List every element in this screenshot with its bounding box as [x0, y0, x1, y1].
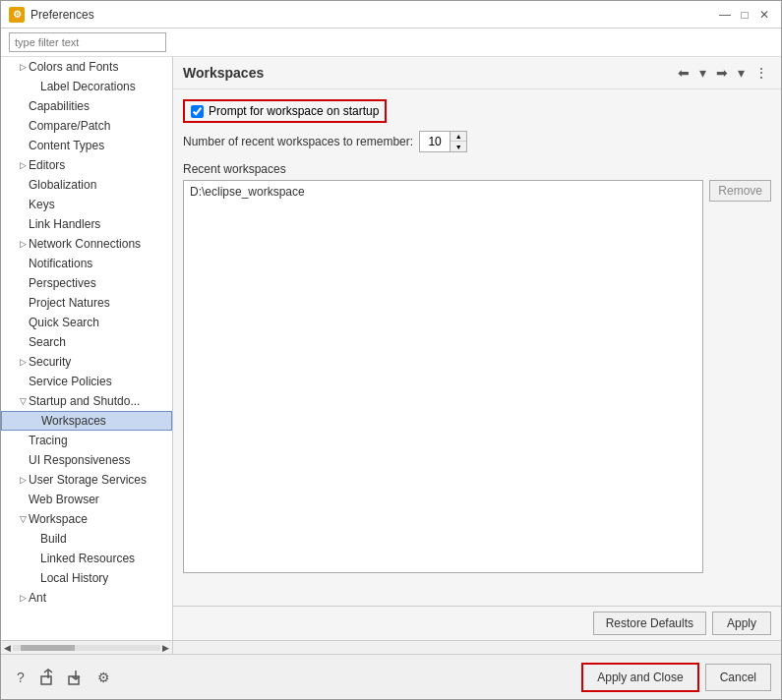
- footer-left: ? ⚙: [11, 668, 113, 687]
- sidebar-item-editors[interactable]: ▷ Editors: [1, 155, 172, 175]
- import-icon[interactable]: [66, 668, 86, 687]
- remove-button[interactable]: Remove: [709, 180, 771, 202]
- scroll-right-btn[interactable]: ▶: [162, 643, 169, 653]
- sidebar-item-capabilities[interactable]: Capabilities: [1, 96, 172, 116]
- import-svg: [67, 669, 85, 686]
- sidebar-item-keys[interactable]: Keys: [1, 195, 172, 214]
- sidebar-hscroll-track[interactable]: ◀ ▶: [1, 641, 173, 654]
- sidebar-item-startup-shutdown[interactable]: ▽ Startup and Shutdo...: [1, 391, 172, 411]
- sidebar-item-network-connections[interactable]: ▷ Network Connections: [1, 234, 172, 254]
- sidebar-item-project-natures[interactable]: Project Natures: [1, 293, 172, 313]
- spinner-down-button[interactable]: ▼: [451, 142, 466, 151]
- recent-count-spinner[interactable]: 10 ▲ ▼: [419, 131, 467, 152]
- main-content: ▷ Colors and Fonts Label Decorations Cap…: [1, 57, 781, 640]
- sidebar-item-linked-resources[interactable]: Linked Resources: [1, 549, 172, 568]
- sidebar-label: Keys: [29, 198, 55, 211]
- prompt-checkbox-container: Prompt for workspace on startup: [183, 99, 771, 123]
- title-bar-left: ⚙ Preferences: [9, 7, 94, 23]
- expander-icon: ▷: [17, 238, 29, 250]
- export-svg: [39, 669, 57, 686]
- minimize-button[interactable]: —: [716, 6, 734, 24]
- scroll-left-btn[interactable]: ◀: [4, 643, 11, 653]
- sidebar-label: Startup and Shutdo...: [29, 394, 140, 408]
- apply-and-close-button[interactable]: Apply and Close: [581, 663, 698, 692]
- sidebar-item-globalization[interactable]: Globalization: [1, 175, 172, 195]
- sidebar-item-ant[interactable]: ▷ Ant: [1, 588, 172, 608]
- svg-rect-0: [41, 676, 51, 684]
- forward-icon[interactable]: ➡: [713, 63, 731, 83]
- footer-bar: ? ⚙ Apply and Close Cancel: [1, 654, 781, 699]
- sidebar-item-security[interactable]: ▷ Security: [1, 352, 172, 372]
- sidebar-item-notifications[interactable]: Notifications: [1, 254, 172, 273]
- sidebar-label: Search: [29, 335, 66, 349]
- bottom-bar: Restore Defaults Apply: [173, 606, 781, 640]
- spinner-input[interactable]: 10: [420, 132, 450, 151]
- window-title: Preferences: [30, 8, 94, 22]
- sidebar-label: Build: [40, 532, 67, 546]
- sidebar-item-workspaces[interactable]: Workspaces: [1, 411, 172, 431]
- footer-right: Apply and Close Cancel: [581, 663, 771, 692]
- sidebar-item-web-browser[interactable]: Web Browser: [1, 490, 172, 509]
- dropdown2-icon[interactable]: ▾: [735, 63, 748, 83]
- dropdown-icon[interactable]: ▾: [696, 63, 709, 83]
- prompt-checkbox[interactable]: [191, 105, 204, 118]
- sidebar-item-label-decorations[interactable]: Label Decorations: [1, 77, 172, 96]
- expander-icon: ▷: [17, 474, 29, 486]
- menu-icon[interactable]: ⋮: [752, 63, 771, 83]
- sidebar-hscroll: ◀ ▶: [1, 640, 781, 654]
- sidebar-item-tracing[interactable]: Tracing: [1, 431, 172, 450]
- sidebar-label: Ant: [29, 591, 46, 605]
- sidebar-item-build[interactable]: Build: [1, 529, 172, 549]
- spinner-up-button[interactable]: ▲: [451, 132, 466, 142]
- filter-input[interactable]: [9, 32, 166, 52]
- sidebar-label: Web Browser: [29, 493, 99, 506]
- prompt-checkbox-label[interactable]: Prompt for workspace on startup: [183, 99, 387, 123]
- maximize-button[interactable]: □: [736, 6, 753, 24]
- recent-count-row: Number of recent workspaces to remember:…: [183, 131, 771, 152]
- export-icon[interactable]: [38, 668, 58, 687]
- sidebar-label: Workspace: [29, 512, 88, 526]
- sidebar-item-user-storage-services[interactable]: ▷ User Storage Services: [1, 470, 172, 490]
- sidebar-item-colors-fonts[interactable]: ▷ Colors and Fonts: [1, 57, 172, 77]
- scroll-track: [13, 645, 160, 651]
- filter-bar: [1, 29, 781, 57]
- sidebar-item-ui-responsiveness[interactable]: UI Responsiveness: [1, 450, 172, 470]
- expander-icon: ▷: [17, 159, 29, 171]
- recent-workspaces-section-label: Recent workspaces: [183, 162, 771, 176]
- sidebar-item-link-handlers[interactable]: Link Handlers: [1, 214, 172, 234]
- sidebar-label: User Storage Services: [29, 473, 147, 487]
- sidebar-item-local-history[interactable]: Local History: [1, 568, 172, 588]
- cancel-button[interactable]: Cancel: [705, 664, 771, 691]
- right-body: Prompt for workspace on startup Number o…: [173, 89, 781, 606]
- preferences-icon[interactable]: ⚙: [93, 668, 113, 687]
- restore-defaults-button[interactable]: Restore Defaults: [593, 612, 706, 635]
- sidebar-label: Label Decorations: [40, 80, 136, 93]
- right-panel: Workspaces ⬅ ▾ ➡ ▾ ⋮ Prompt for workspac…: [173, 57, 781, 640]
- sidebar-item-content-types[interactable]: Content Types: [1, 136, 172, 155]
- sidebar-item-compare-patch[interactable]: Compare/Patch: [1, 116, 172, 136]
- sidebar-item-perspectives[interactable]: Perspectives: [1, 273, 172, 293]
- sidebar-item-workspace[interactable]: ▽ Workspace: [1, 509, 172, 529]
- recent-count-label: Number of recent workspaces to remember:: [183, 135, 413, 148]
- sidebar-label: Globalization: [29, 178, 96, 192]
- sidebar-label: Perspectives: [29, 276, 96, 290]
- apply-button[interactable]: Apply: [712, 612, 771, 635]
- help-icon[interactable]: ?: [11, 668, 30, 687]
- back-icon[interactable]: ⬅: [675, 63, 692, 83]
- sidebar-label: Colors and Fonts: [29, 60, 118, 74]
- prompt-label-text: Prompt for workspace on startup: [209, 104, 379, 118]
- workspace-list[interactable]: D:\eclipse_workspace: [183, 180, 703, 573]
- sidebar-item-search[interactable]: Search: [1, 332, 172, 352]
- sidebar-item-service-policies[interactable]: Service Policies: [1, 372, 172, 391]
- expander-icon: ▷: [17, 61, 29, 73]
- preferences-window: ⚙ Preferences — □ ✕ ▷ Colors and Fonts L…: [0, 0, 782, 700]
- sidebar: ▷ Colors and Fonts Label Decorations Cap…: [1, 57, 173, 640]
- sidebar-item-quick-search[interactable]: Quick Search: [1, 313, 172, 332]
- scroll-thumb: [21, 645, 75, 651]
- expander-icon: ▷: [17, 592, 29, 604]
- close-button[interactable]: ✕: [755, 6, 773, 24]
- right-hscroll-spacer: [173, 641, 781, 654]
- workspace-entry-0[interactable]: D:\eclipse_workspace: [186, 183, 700, 201]
- panel-title: Workspaces: [183, 65, 264, 81]
- sidebar-label: Content Types: [29, 139, 104, 152]
